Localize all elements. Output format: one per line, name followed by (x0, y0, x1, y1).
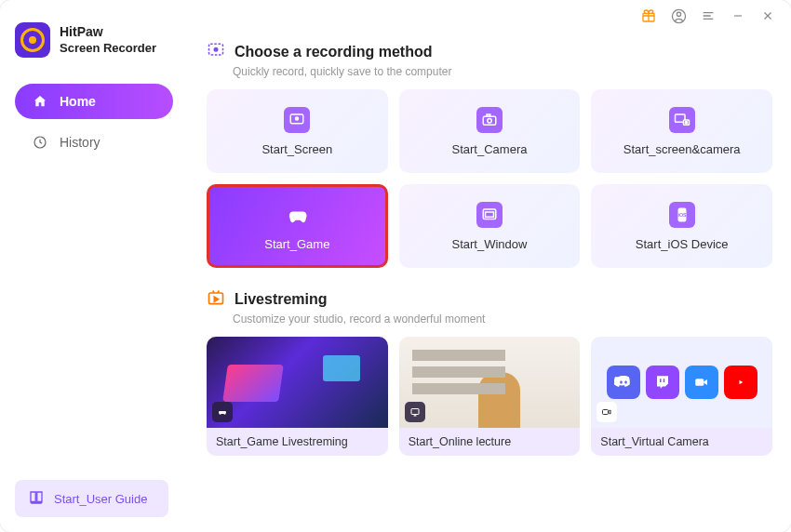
brand: HitPaw Screen Recorder (15, 22, 186, 58)
recording-section-subtitle: Quickly record, quickly save to the comp… (233, 65, 772, 78)
svg-point-2 (677, 12, 680, 16)
sidebar: HitPaw Screen Recorder Home History Star… (0, 0, 195, 532)
discord-icon (607, 366, 640, 399)
card-virtual-camera[interactable]: Start_Virtual Camera (591, 337, 772, 456)
guide-label: Start_User Guide (54, 492, 147, 506)
app-layout: HitPaw Screen Recorder Home History Star… (0, 0, 791, 532)
stream-cards: Start_Game Livestreming Start_Online lec… (207, 337, 772, 456)
thumb-game (207, 337, 388, 428)
menu-icon[interactable] (700, 7, 717, 24)
home-icon (32, 93, 48, 110)
close-icon[interactable] (759, 7, 776, 24)
svg-rect-15 (485, 212, 493, 217)
app-logo-icon (15, 22, 50, 58)
user-guide-button[interactable]: Start_User Guide (15, 480, 168, 517)
stream-section-subtitle: Customize your studio, record a wonderfu… (233, 313, 772, 326)
main-content: Choose a recording method Quickly record… (195, 0, 791, 532)
user-icon[interactable] (670, 7, 687, 24)
minimize-icon[interactable] (730, 7, 746, 24)
card-label: Start_Game (264, 237, 329, 251)
svg-point-9 (488, 118, 492, 123)
sidebar-item-history[interactable]: History (15, 125, 173, 160)
screen-camera-icon (669, 107, 695, 133)
game-overlay-icon (212, 402, 233, 422)
card-online-lecture[interactable]: Start_Online lecture (399, 337, 581, 456)
sidebar-item-home[interactable]: Home (15, 84, 173, 119)
svg-point-13 (685, 121, 687, 123)
card-label: Start_Virtual Camera (591, 428, 772, 456)
brand-text: HitPaw Screen Recorder (60, 24, 156, 56)
card-start-ios[interactable]: iOS Start_iOS Device (591, 184, 772, 268)
book-icon (28, 489, 45, 509)
card-start-window[interactable]: Start_Window (399, 184, 581, 268)
recording-section-title: Choose a recording method (235, 44, 432, 60)
svg-rect-20 (695, 379, 704, 386)
card-label: Start_Online lecture (399, 428, 581, 456)
video-call-icon (685, 366, 718, 399)
card-label: Start_iOS Device (636, 237, 729, 251)
card-start-camera[interactable]: Start_Camera (399, 89, 581, 173)
screen-icon (284, 107, 310, 133)
youtube-icon (724, 366, 757, 399)
sidebar-item-label: Home (60, 94, 96, 109)
svg-text:iOS: iOS (677, 211, 687, 217)
twitch-icon (646, 366, 679, 399)
ios-device-icon: iOS (669, 202, 695, 228)
recording-section-head: Choose a recording method (207, 41, 772, 63)
recording-cards: Start_Screen Start_Camera Start_screen&c… (207, 89, 772, 268)
stream-section-title: Livestreming (235, 291, 328, 308)
card-label: Start_Window (452, 237, 528, 251)
camera-overlay-icon (597, 402, 617, 422)
svg-rect-8 (483, 116, 496, 125)
window-icon (476, 202, 503, 228)
card-label: Start_screen&camera (623, 142, 741, 156)
livestream-icon (207, 288, 225, 311)
svg-point-7 (296, 117, 299, 120)
lecture-overlay-icon (405, 402, 425, 422)
card-label: Start_Game Livestreming (207, 428, 388, 456)
card-start-screen-camera[interactable]: Start_screen&camera (591, 89, 772, 173)
card-game-livestream[interactable]: Start_Game Livestreming (207, 337, 388, 456)
stream-section-head: Livestreming (207, 288, 772, 311)
app-subtitle: Screen Recorder (60, 41, 156, 56)
svg-rect-10 (487, 114, 490, 116)
gift-icon[interactable] (640, 7, 657, 24)
svg-rect-19 (411, 409, 419, 415)
history-icon (32, 134, 48, 151)
game-controller-icon (284, 202, 310, 228)
svg-point-5 (214, 47, 219, 52)
svg-rect-21 (603, 410, 609, 415)
card-start-screen[interactable]: Start_Screen (207, 89, 388, 173)
camera-icon (476, 107, 503, 133)
sidebar-item-label: History (60, 135, 101, 150)
card-label: Start_Screen (261, 142, 332, 156)
recording-icon (207, 41, 225, 63)
card-label: Start_Camera (452, 142, 528, 156)
thumb-virtual (591, 337, 772, 428)
titlebar (640, 7, 776, 24)
app-name: HitPaw (60, 24, 156, 41)
card-start-game[interactable]: Start_Game (207, 184, 388, 268)
thumb-lecture (399, 337, 581, 428)
